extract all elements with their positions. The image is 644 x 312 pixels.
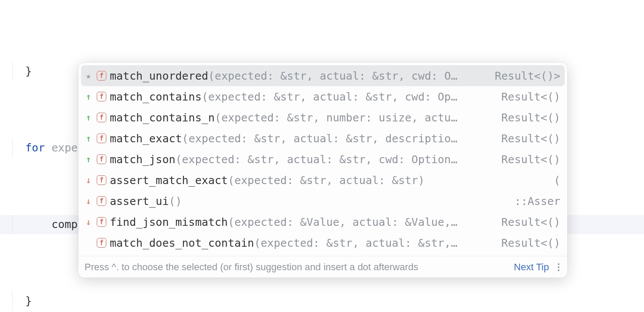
completion-item-match-unordered[interactable]: ★ f match_unordered(expected: &str, actu…	[81, 65, 565, 86]
completion-signature: (expected: &str, actual: &str, cwd: Opti…	[176, 153, 458, 166]
rank-up-icon: ↑	[86, 133, 91, 144]
completion-popup: ★ f match_unordered(expected: &str, actu…	[78, 63, 567, 278]
completion-item-match-json[interactable]: ↑ f match_json(expected: &str, actual: &…	[81, 149, 565, 170]
completion-return-type: Result<()	[502, 237, 560, 249]
completion-name: find_json_mismatch	[110, 216, 228, 228]
function-kind-icon: f	[97, 238, 106, 248]
completion-signature: ()	[169, 195, 182, 208]
function-kind-icon: f	[97, 154, 106, 164]
completion-signature: (expected: &str, number: usize, actu…	[215, 111, 458, 124]
rank-down-icon: ↓	[86, 217, 91, 227]
brace: }	[25, 295, 32, 307]
function-kind-icon: f	[97, 175, 106, 185]
keyword-for: for	[25, 141, 45, 154]
completion-return-type: Result<()	[502, 153, 560, 166]
rank-down-icon: ↓	[86, 196, 91, 206]
completion-name: match_unordered	[110, 70, 208, 82]
completion-name: match_json	[110, 153, 176, 166]
completion-item-match-contains-n[interactable]: ↑ f match_contains_n(expected: &str, num…	[81, 107, 565, 128]
completion-return-type: Result<()	[502, 91, 560, 103]
completion-item-find-json-mismatch[interactable]: ↓ f find_json_mismatch(expected: &Value,…	[81, 211, 565, 232]
completion-return-type: Result<()	[502, 132, 560, 145]
star-icon: ★	[86, 70, 91, 81]
rank-up-icon: ↑	[86, 154, 91, 164]
function-kind-icon: f	[97, 71, 106, 81]
rank-up-icon: ↑	[86, 112, 91, 123]
completion-signature: (expected: &str, actual: &str, cwd: O…	[208, 70, 458, 82]
completion-return-type: Result<()	[502, 111, 560, 124]
function-kind-icon: f	[97, 113, 106, 122]
rank-up-icon: ↑	[86, 91, 91, 102]
function-kind-icon: f	[97, 134, 106, 143]
completion-return-type: Result<()>	[495, 70, 560, 82]
completion-signature: (expected: &str, actual: &str)	[228, 174, 425, 187]
next-tip-link[interactable]: Next Tip	[514, 262, 549, 273]
completion-item-match-contains[interactable]: ↑ f match_contains(expected: &str, actua…	[81, 86, 565, 107]
completion-footer: Press ^. to choose the selected (or firs…	[78, 256, 567, 278]
completion-name: assert_ui	[110, 195, 169, 208]
completion-name: match_does_not_contain	[110, 237, 254, 249]
completion-signature: (expected: &str, actual: &str, cwd: Op…	[202, 91, 458, 103]
completion-signature: (expected: &Value, actual: &Value,…	[228, 216, 458, 228]
more-menu-icon[interactable]	[556, 263, 561, 271]
completion-return-type: ::Asser	[515, 195, 560, 208]
completion-name: assert_match_exact	[110, 174, 228, 187]
completion-name: match_contains	[110, 91, 202, 103]
completion-signature: (expected: &str, actual: &str, descripti…	[182, 132, 458, 145]
completion-signature: (expected: &str, actual: &str,…	[254, 237, 458, 249]
completion-item-assert-ui[interactable]: ↓ f assert_ui() ::Asser	[81, 191, 565, 211]
brace: }	[25, 65, 32, 77]
rank-down-icon: ↓	[86, 175, 91, 185]
function-kind-icon: f	[97, 196, 106, 206]
completion-item-match-exact[interactable]: ↑ f match_exact(expected: &str, actual: …	[81, 128, 565, 149]
completion-item-match-does-not-contain[interactable]: f match_does_not_contain(expected: &str,…	[81, 232, 565, 253]
completion-name: match_exact	[110, 132, 182, 145]
code-line[interactable]: }	[0, 292, 644, 311]
function-kind-icon: f	[97, 217, 106, 227]
function-kind-icon: f	[97, 92, 106, 101]
completion-name: match_contains_n	[110, 111, 215, 124]
completion-return-type: Result<()	[502, 216, 560, 228]
completion-return-type: (	[554, 174, 560, 187]
completion-item-assert-match-exact[interactable]: ↓ f assert_match_exact(expected: &str, a…	[81, 170, 565, 191]
completion-list[interactable]: ★ f match_unordered(expected: &str, actu…	[78, 63, 567, 256]
completion-tip-text: Press ^. to choose the selected (or firs…	[85, 262, 507, 273]
